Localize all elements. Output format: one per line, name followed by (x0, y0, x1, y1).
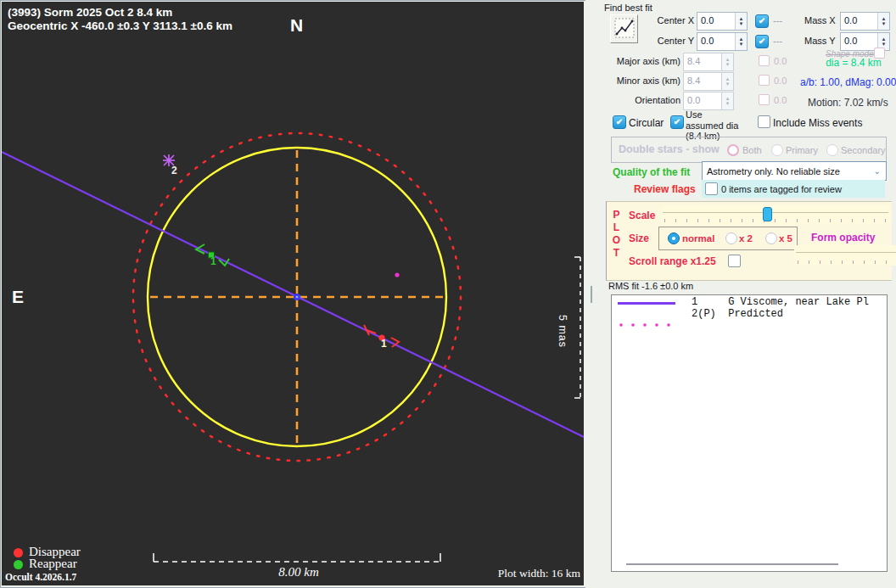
plot-title: (3993) Sorm 2025 Oct 2 8.4 km (8, 6, 172, 19)
review-flags-text: 0 items are tagged for review (721, 184, 842, 194)
size-normal-radio[interactable] (668, 232, 680, 244)
review-flags-label: Review flags (634, 183, 696, 195)
reappear-legend-label: Reappear (29, 557, 77, 571)
fit-control-panel: Find best fit Center X 0.0 ▲▼ ✔ --- Mass… (585, 0, 896, 588)
scroll-range-checkbox[interactable] (728, 255, 741, 267)
predicted-chord-dot (395, 272, 399, 277)
reappear-chord-number: 1 (210, 255, 216, 267)
orientation-value: 0.0 (684, 92, 721, 109)
center-x-stepper-arrows[interactable]: ▲▼ (735, 13, 747, 30)
chord2-list-row[interactable]: 2(P) Predicted (692, 308, 783, 320)
scale-slider[interactable] (661, 205, 890, 224)
double-stars-primary-radio (771, 144, 783, 156)
splitter-handle[interactable] (591, 286, 592, 303)
mass-y-value: 0.0 (841, 33, 877, 50)
plot-graphics (2, 2, 584, 585)
plot-section-vertical-label: PLOT (611, 209, 622, 260)
minor-axis-spinner: 8.4 ▲▼ (683, 72, 734, 91)
include-miss-events-checkbox[interactable] (758, 115, 770, 128)
size-x2-radio[interactable] (725, 232, 737, 244)
mass-x-stepper-arrows[interactable]: ▲▼ (877, 13, 889, 30)
form-opacity-slider[interactable] (794, 245, 896, 266)
review-flags-checkbox[interactable] (705, 182, 718, 195)
orientation-label: Orientation (602, 95, 680, 105)
mass-y-label: Mass Y (804, 36, 835, 46)
diameter-readout: dia = 8.4 km (819, 57, 888, 69)
rms-fit-label: RMS fit -1.6 ±0.0 km (608, 281, 693, 291)
size-x5-radio[interactable] (765, 232, 777, 244)
scale-slider-track (663, 212, 888, 213)
double-stars-group: Double stars - show Both Primary Seconda… (611, 137, 887, 163)
plot-width-label: Plot width: 16 km (473, 567, 580, 580)
chord2-legend-dots (619, 315, 687, 317)
form-opacity-slider-track (796, 252, 896, 253)
circular-label: Circular (629, 117, 664, 129)
center-y-dashes: --- (773, 36, 782, 46)
disappear-uncertainty-tick (364, 325, 376, 335)
reappear-legend-icon (14, 560, 23, 569)
chevron-down-icon: ⌄ (874, 166, 886, 176)
double-stars-secondary-radio (826, 144, 838, 156)
occultation-plot-canvas[interactable]: (3993) Sorm 2025 Oct 2 8.4 km Geocentric… (2, 2, 584, 585)
center-x-checkbox[interactable]: ✔ (755, 14, 769, 28)
chord1-legend-line (618, 302, 675, 305)
size-radio-group: normal x 2 x 5 (658, 227, 798, 250)
horizontal-scalebar-line (154, 553, 440, 562)
double-stars-both-label: Both (742, 145, 762, 155)
center-x-spinner[interactable]: 0.0 ▲▼ (697, 12, 748, 31)
find-best-fit-title: Find best fit (604, 3, 652, 13)
vertical-scalebar-line (574, 257, 580, 398)
center-x-label: Center X (645, 15, 694, 25)
mass-x-label: Mass X (804, 15, 836, 25)
major-axis-label: Major axis (km) (602, 56, 680, 66)
scale-slider-thumb[interactable] (763, 207, 772, 221)
quality-of-fit-value: Astrometry only. No reliable size (703, 166, 874, 176)
minor-axis-aux-value: 0.0 (774, 76, 787, 86)
ab-dmag-readout: a/b: 1.00, dMag: 0.00 (800, 76, 896, 88)
compass-east-label: E (12, 287, 24, 307)
double-stars-title: Double stars - show (619, 143, 720, 155)
major-axis-spinner: 8.4 ▲▼ (683, 53, 734, 71)
center-y-spinner[interactable]: 0.0 ▲▼ (697, 32, 748, 51)
mass-x-value: 0.0 (841, 13, 877, 30)
major-axis-aux-value: 0.0 (774, 56, 787, 66)
use-assumed-dia-checkbox[interactable]: ✔ (670, 115, 684, 129)
center-x-value: 0.0 (697, 13, 735, 30)
quality-of-fit-label: Quality of the fit (613, 166, 690, 178)
list-separator-line (626, 563, 838, 565)
minor-axis-value: 8.4 (684, 73, 721, 90)
scale-slider-ticks (664, 219, 887, 222)
horizontal-scalebar-label: 8.00 km (239, 565, 358, 580)
disappear-chord-number: 1 (381, 338, 387, 350)
double-stars-secondary-label: Secondary (841, 145, 886, 155)
major-axis-aux-checkbox (759, 55, 770, 66)
size-x2-label: x 2 (739, 233, 753, 244)
observed-chord-line (2, 152, 584, 437)
minor-axis-label: Minor axis (km) (602, 76, 680, 86)
include-miss-events-label: Include Miss events (773, 117, 862, 129)
chord-list-box[interactable]: 1 G Viscome, near Lake Pl 2(P) Predicted (611, 294, 888, 572)
size-x5-label: x 5 (779, 233, 792, 244)
center-y-stepper-arrows[interactable]: ▲▼ (735, 33, 747, 50)
center-x-dashes: --- (773, 15, 782, 25)
minor-axis-aux-checkbox (759, 75, 770, 86)
orientation-spinner: 0.0 ▲▼ (683, 92, 734, 110)
disappear-legend-icon (14, 548, 23, 557)
center-y-value: 0.0 (697, 33, 735, 50)
quality-of-fit-dropdown[interactable]: Astrometry only. No reliable size ⌄ (702, 161, 887, 181)
plot-subtitle: Geocentric X -460.0 ±0.3 Y 3113.1 ±0.6 k… (8, 20, 232, 32)
fit-chart-icon (614, 18, 635, 38)
fit-center-highlight (296, 296, 299, 299)
orientation-aux-checkbox (759, 94, 770, 105)
orientation-aux-value: 0.0 (774, 95, 787, 105)
circular-checkbox[interactable]: ✔ (613, 115, 626, 129)
predicted-star-number: 2 (171, 165, 177, 176)
size-normal-label: normal (682, 233, 714, 244)
chord1-list-row[interactable]: 1 G Viscome, near Lake Pl (692, 296, 869, 308)
double-stars-primary-label: Primary (786, 145, 818, 155)
center-y-label: Center Y (645, 36, 694, 46)
center-y-checkbox[interactable]: ✔ (755, 35, 769, 48)
mass-x-spinner[interactable]: 0.0 ▲▼ (840, 12, 890, 31)
compass-north-label: N (290, 15, 303, 36)
find-best-fit-button[interactable] (610, 14, 638, 43)
